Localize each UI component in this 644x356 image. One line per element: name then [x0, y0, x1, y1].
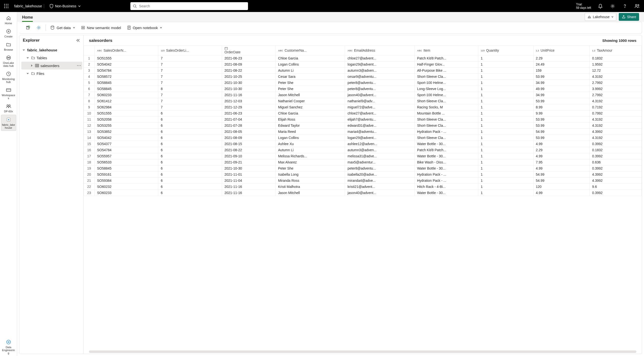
table-cell[interactable]: kristi21@advent...: [345, 184, 415, 190]
table-cell[interactable]: Water Bottle - 30...: [414, 141, 478, 147]
table-cell[interactable]: SO56533: [94, 159, 158, 166]
table-cell[interactable]: Chloe Garcia: [276, 55, 345, 61]
table-cell[interactable]: 4.3192: [590, 123, 642, 129]
table-cell[interactable]: 6: [158, 135, 222, 141]
table-cell[interactable]: 2021-11-01: [222, 172, 276, 178]
table-row[interactable]: 15SO5437762021-08-15Ashlee Xuashlee12@ad…: [84, 141, 642, 147]
table-cell[interactable]: 54.99: [533, 129, 590, 135]
notifications-icon[interactable]: [596, 1, 605, 11]
table-cell[interactable]: 34.99: [533, 80, 590, 86]
table-cell[interactable]: 4.3192: [590, 117, 642, 123]
column-header[interactable]: ABCItem: [414, 46, 478, 55]
column-header[interactable]: OrderDate: [222, 46, 276, 55]
table-cell[interactable]: 7: [158, 74, 222, 80]
table-cell[interactable]: 1: [478, 74, 533, 80]
table-cell[interactable]: ashlee12@adven...: [345, 141, 415, 147]
table-cell[interactable]: 6: [158, 184, 222, 190]
table-cell[interactable]: nathaniel9@adv...: [345, 98, 415, 104]
table-cell[interactable]: Hydration Pack - ...: [414, 178, 478, 184]
rail-browse[interactable]: Browse: [1, 40, 16, 53]
account-icon[interactable]: [632, 1, 642, 11]
settings-icon[interactable]: [608, 1, 618, 11]
table-cell[interactable]: 4.99: [533, 166, 590, 172]
table-cell[interactable]: 1: [478, 80, 533, 86]
table-row[interactable]: 12SO5325562021-07-28Edward Tayloredward3…: [84, 123, 642, 129]
table-cell[interactable]: 0.7192: [590, 104, 642, 110]
column-header[interactable]: ABCEmailAddress: [345, 46, 415, 55]
table-row[interactable]: 3SO5478472021-08-22Autumn Liautumn3@adve…: [84, 67, 642, 74]
table-cell[interactable]: 6: [158, 159, 222, 166]
table-cell[interactable]: 6: [158, 178, 222, 184]
app-launcher-icon[interactable]: [2, 2, 11, 10]
tree-files[interactable]: Files: [21, 69, 82, 77]
help-icon[interactable]: [620, 1, 630, 11]
table-cell[interactable]: 4.99: [533, 190, 590, 196]
open-notebook-button[interactable]: Open notebook: [124, 24, 165, 31]
column-header[interactable]: 123SalesOrderLi...: [158, 46, 222, 55]
table-cell[interactable]: 7: [158, 98, 222, 104]
table-cell[interactable]: 6: [158, 141, 222, 147]
table-cell[interactable]: 2021-11-16: [222, 92, 276, 98]
table-cell[interactable]: 2021-10-30: [222, 80, 276, 86]
tree-tables[interactable]: Tables: [21, 54, 82, 62]
table-cell[interactable]: autumn3@adven...: [345, 147, 415, 153]
rail-dp60x[interactable]: DP-60x: [1, 102, 16, 114]
table-cell[interactable]: Logan Collins: [276, 135, 345, 141]
table-cell[interactable]: 6: [158, 172, 222, 178]
table-cell[interactable]: Edward Taylor: [276, 123, 345, 129]
table-cell[interactable]: 7: [158, 80, 222, 86]
table-cell[interactable]: SO61412: [94, 98, 158, 104]
table-cell[interactable]: peter8@adventu...: [345, 80, 415, 86]
horizontal-scrollbar[interactable]: [89, 350, 636, 353]
table-cell[interactable]: isabella20@adve...: [345, 172, 415, 178]
table-cell[interactable]: 2021-12-03: [222, 98, 276, 104]
get-data-button[interactable]: Get data: [48, 24, 78, 31]
table-cell[interactable]: logan29@advent...: [345, 135, 415, 141]
table-row[interactable]: 5SO5884572021-10-30Peter Shepeter8@adven…: [84, 80, 642, 86]
table-cell[interactable]: 7: [158, 55, 222, 61]
table-cell[interactable]: 2021-10-30: [222, 86, 276, 92]
table-cell[interactable]: 9.6: [590, 184, 642, 190]
table-cell[interactable]: 120: [533, 184, 590, 190]
table-cell[interactable]: SO60233: [94, 190, 158, 196]
tree-item-more-button[interactable]: [77, 65, 81, 66]
table-cell[interactable]: 54.99: [533, 178, 590, 184]
rail-workspaces[interactable]: Workspaces: [1, 85, 16, 101]
table-cell[interactable]: 6: [158, 166, 222, 172]
table-cell[interactable]: miguel72@adve...: [345, 104, 415, 110]
table-cell[interactable]: SO53255: [94, 123, 158, 129]
table-cell[interactable]: 1: [478, 92, 533, 98]
table-row[interactable]: 7SO6023372021-11-16Jason Mitchelljason40…: [84, 92, 642, 98]
table-cell[interactable]: 3.9992: [590, 86, 642, 92]
table-cell[interactable]: 0.3992: [590, 141, 642, 147]
table-cell[interactable]: logan29@advent...: [345, 61, 415, 67]
table-cell[interactable]: 6: [158, 147, 222, 153]
classification-dropdown[interactable]: Non-Business: [46, 4, 84, 8]
table-cell[interactable]: 4.3192: [590, 74, 642, 80]
table-cell[interactable]: SO54377: [94, 141, 158, 147]
table-cell[interactable]: 4.3992: [590, 178, 642, 184]
table-cell[interactable]: 2021-08-22: [222, 67, 276, 74]
table-cell[interactable]: 1: [478, 172, 533, 178]
table-cell[interactable]: 1: [478, 129, 533, 135]
table-cell[interactable]: 2021-10-30: [222, 166, 276, 172]
table-cell[interactable]: 1: [478, 135, 533, 141]
column-header[interactable]: 123Quantity: [478, 46, 533, 55]
table-cell[interactable]: 0.1832: [590, 147, 642, 153]
table-cell[interactable]: 6: [158, 129, 222, 135]
table-cell[interactable]: 2021-10-25: [222, 74, 276, 80]
table-cell[interactable]: Nathaniel Cooper: [276, 98, 345, 104]
table-cell[interactable]: 6: [158, 117, 222, 123]
table-cell[interactable]: Miguel Sanchez: [276, 104, 345, 110]
new-semantic-model-button[interactable]: New semantic model: [79, 24, 124, 31]
table-cell[interactable]: 1: [478, 184, 533, 190]
table-cell[interactable]: Short-Sleeve Cla...: [414, 123, 478, 129]
table-row[interactable]: 10SO5155562021-06-23Chloe Garciachloe27@…: [84, 110, 642, 117]
table-cell[interactable]: Miranda Ross: [276, 178, 345, 184]
table-cell[interactable]: 53.99: [533, 117, 590, 123]
table-cell[interactable]: Patch Kit/8 Patch...: [414, 55, 478, 61]
tree-root-lakehouse[interactable]: fabric_lakehouse: [21, 46, 82, 54]
table-cell[interactable]: 24.49: [533, 61, 590, 67]
table-cell[interactable]: 1: [478, 117, 533, 123]
table-cell[interactable]: Water Bottle - 30...: [414, 153, 478, 159]
